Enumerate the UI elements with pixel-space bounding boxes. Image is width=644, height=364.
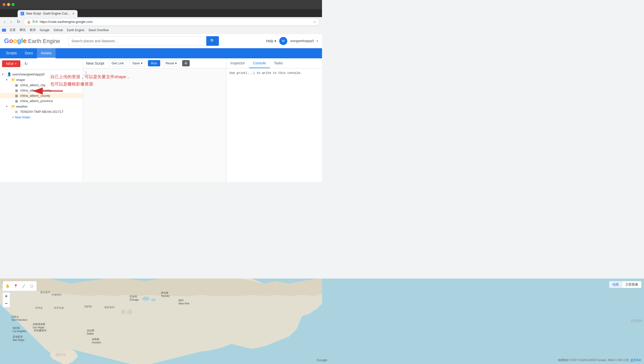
traffic-lights	[3, 3, 15, 6]
tab-inspector[interactable]: Inspector	[226, 58, 249, 68]
chevron-down-icon: ▾	[6, 78, 10, 81]
tab-console[interactable]: Console	[249, 58, 270, 68]
tree-root-user[interactable]: ▾ 👤 users/wangweihappy0	[0, 71, 83, 77]
tab-scripts[interactable]: Scripts	[2, 48, 21, 58]
bookmark-star-icon[interactable]: ☆	[313, 20, 316, 24]
get-link-label: Get Link	[112, 61, 124, 65]
code-editor[interactable]: 1	[83, 68, 226, 182]
console-hint: Use print(...) to write to this console.	[229, 71, 302, 75]
right-panel: Inspector Console Tasks Use print(...) t…	[226, 58, 322, 182]
app-header: G o o g l e Earth Engine 🔍 Help ▾ W wang…	[0, 34, 322, 48]
weather-folder-label: weather	[16, 105, 28, 108]
raster-icon: ⊞	[15, 110, 19, 114]
tasks-label: Tasks	[274, 61, 283, 65]
search-button[interactable]: 🔍	[206, 36, 219, 46]
bookmark-item[interactable]: 百度	[8, 27, 17, 33]
user-name: wangweihappy0	[290, 39, 314, 43]
run-label: Run	[151, 61, 157, 65]
address-bar: ‹ › ↻ 🔒 安全 https://code.earthengine.goog…	[0, 17, 322, 27]
help-button[interactable]: Help ▾	[266, 39, 276, 43]
save-button[interactable]: Save ▾	[129, 60, 146, 66]
tree-item-weather[interactable]: ⊞ TENDAY-TMP-MEAN-201717	[0, 109, 83, 114]
reset-dropdown-icon: ▾	[175, 61, 177, 65]
save-label: Save	[132, 61, 140, 65]
user-avatar[interactable]: W	[279, 37, 287, 45]
tab-tasks[interactable]: Tasks	[270, 58, 287, 68]
help-label: Help	[266, 39, 273, 43]
table-icon: ▦	[15, 83, 19, 87]
apps-icon	[2, 29, 6, 32]
tree-item-city[interactable]: ▦ china_albers_city	[0, 82, 83, 88]
new-label: NEW	[6, 62, 14, 66]
reset-button[interactable]: Reset ▾	[162, 60, 180, 66]
refresh-button[interactable]: ↻	[22, 60, 30, 67]
minimize-button[interactable]	[7, 3, 10, 6]
browser-chrome	[0, 0, 322, 9]
new-button[interactable]: NEW ▾	[2, 60, 20, 67]
item-label-province: china_albers_province	[20, 99, 53, 103]
line-numbers: 1	[85, 70, 90, 180]
search-icon: 🔍	[210, 38, 215, 43]
item-label-weather: TENDAY-TMP-MEAN-201717	[20, 110, 63, 114]
bookmark-item[interactable]: Google	[38, 28, 51, 32]
bookmark-item[interactable]: 腾讯	[18, 27, 27, 33]
tab-docs[interactable]: Docs	[21, 48, 37, 58]
help-dropdown-icon: ▾	[274, 39, 276, 43]
bookmark-item[interactable]: Stack Overflow	[87, 28, 110, 32]
tree-container: ▾ 👤 users/wangweihappy0 ▾ 📁 shape ▦ chin…	[0, 69, 83, 182]
line-number-1: 1	[85, 70, 87, 75]
tree-item-province[interactable]: ▦ china_albers_province	[0, 98, 83, 104]
get-link-button[interactable]: Get Link	[108, 60, 127, 66]
refresh-button[interactable]: ↻	[15, 18, 22, 25]
table-icon: ▦	[15, 99, 19, 103]
settings-button[interactable]: ⚙	[182, 60, 190, 66]
tree-item-county[interactable]: ▦ china_albers_county	[0, 93, 83, 98]
run-button[interactable]: Run	[148, 60, 160, 66]
table-icon: ▦	[15, 94, 19, 98]
tab-favicon: E	[21, 12, 24, 15]
tab-assets[interactable]: Assets	[37, 48, 56, 58]
forward-button[interactable]: ›	[9, 19, 13, 25]
lock-icon: 🔒	[27, 20, 31, 24]
bookmark-item[interactable]: 新浪	[28, 27, 37, 33]
nav-tabs: Scripts Docs Assets	[0, 48, 322, 58]
tree-shape-folder[interactable]: ▾ 📁 shape	[0, 77, 83, 82]
tab-bar: E New Script - Earth Engine Cod… ✕	[0, 9, 322, 17]
bookmark-item[interactable]: GitHub	[52, 28, 64, 32]
table-icon: ▦	[15, 89, 19, 92]
console-label: Console	[253, 61, 266, 65]
shape-folder-label: shape	[16, 78, 25, 82]
user-folder-icon: 👤	[7, 72, 11, 76]
chevron-down-icon: ▾	[6, 105, 10, 108]
tree-item-country[interactable]: ▦ china_albers_country	[0, 88, 83, 93]
user-dropdown-icon[interactable]: ▾	[317, 39, 318, 42]
bookmarks-bar: 百度 腾讯 新浪 Google GitHub Earth Engine Stac…	[0, 27, 322, 34]
save-dropdown-icon: ▾	[141, 61, 143, 65]
search-input[interactable]	[68, 39, 206, 43]
item-label-city: china_albers_city	[20, 83, 45, 87]
tab-close-icon[interactable]: ✕	[72, 12, 74, 15]
console-content: Use print(...) to write to this console.	[226, 68, 322, 182]
item-label-county: china_albers_county	[20, 94, 50, 98]
code-content[interactable]	[90, 70, 224, 180]
main-layout: NEW ▾ ↻ ▾ 👤 users/wangweihappy0 ▾ 📁 shap…	[0, 58, 322, 182]
script-title: New Script	[86, 61, 104, 65]
right-tabs: Inspector Console Tasks	[226, 58, 322, 68]
url-bar[interactable]: 🔒 安全 https://code.earthengine.google.com…	[24, 18, 319, 25]
refresh-icon: ↻	[24, 62, 28, 66]
reset-label: Reset	[166, 61, 174, 65]
maximize-button[interactable]	[12, 3, 15, 6]
new-folder-label: + New folder	[12, 115, 30, 119]
close-button[interactable]	[3, 3, 6, 6]
center-panel: New Script Get Link Save ▾ Run Reset ▾ ⚙…	[83, 58, 226, 182]
active-tab[interactable]: E New Script - Earth Engine Cod… ✕	[18, 10, 77, 17]
tree-weather-folder[interactable]: ▾ 📁 weather	[0, 104, 83, 109]
root-user-label: users/wangweihappy0	[12, 72, 45, 76]
inspector-label: Inspector	[230, 61, 245, 65]
item-label-country: china_albers_country	[20, 88, 51, 92]
new-folder-link[interactable]: + New folder	[10, 114, 83, 120]
back-button[interactable]: ‹	[3, 19, 7, 25]
bookmark-item[interactable]: Earth Engine	[65, 28, 86, 32]
tab-title: New Script - Earth Engine Cod…	[26, 12, 70, 15]
folder-icon: 📁	[11, 78, 15, 82]
